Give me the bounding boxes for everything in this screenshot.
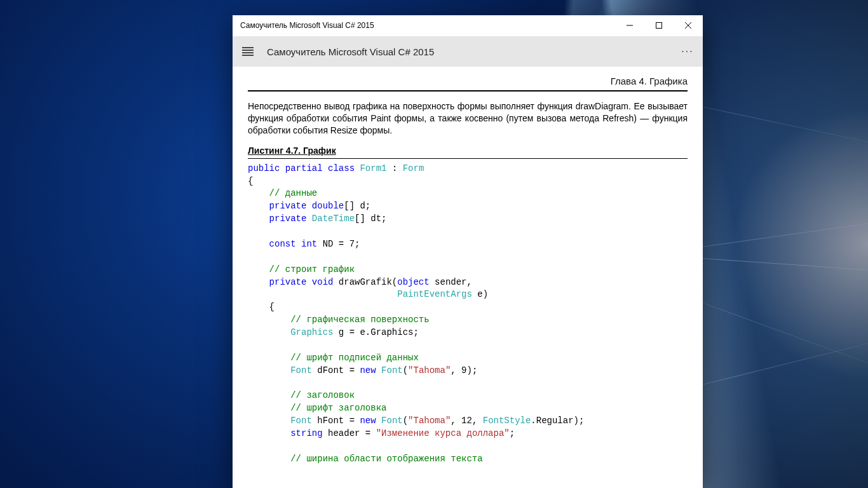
close-button[interactable] — [674, 15, 703, 36]
menu-icon — [242, 47, 254, 56]
more-button[interactable]: ··· — [672, 36, 703, 67]
minimize-button[interactable] — [615, 15, 644, 36]
window-title: Самоучитель Microsoft Visual C# 2015 — [233, 21, 615, 30]
document-content[interactable]: Глава 4. Графика Непосредственно вывод г… — [233, 67, 703, 488]
chapter-heading: Глава 4. Графика — [248, 76, 688, 90]
more-icon: ··· — [681, 46, 693, 57]
listing-title: Листинг 4.7. График — [248, 146, 688, 159]
code-listing: public partial class Form1 : Form { // д… — [248, 163, 688, 466]
toolbar-title: Самоучитель Microsoft Visual C# 2015 — [263, 46, 672, 57]
app-toolbar: Самоучитель Microsoft Visual C# 2015 ··· — [233, 36, 703, 67]
desktop-wallpaper: Самоучитель Microsoft Visual C# 2015 — [0, 0, 868, 488]
maximize-button[interactable] — [644, 15, 674, 36]
intro-paragraph: Непосредственно вывод графика на поверхн… — [248, 100, 688, 137]
svg-rect-1 — [656, 23, 662, 29]
app-window: Самоучитель Microsoft Visual C# 2015 — [233, 15, 703, 488]
menu-button[interactable] — [233, 36, 263, 67]
chapter-divider — [248, 90, 688, 92]
window-titlebar[interactable]: Самоучитель Microsoft Visual C# 2015 — [233, 15, 703, 36]
